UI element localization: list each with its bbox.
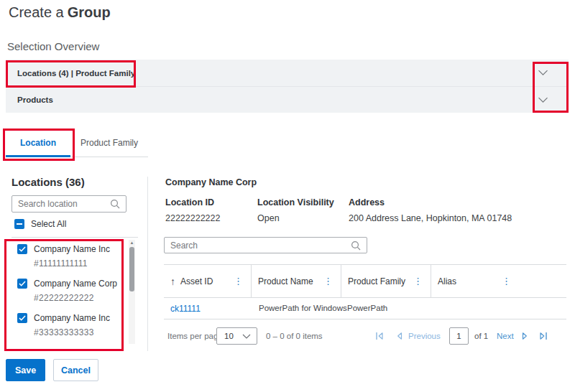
sort-ascending-icon[interactable]: ↑: [170, 276, 175, 287]
checkbox-checked[interactable]: [17, 279, 27, 289]
location-name: Company Name Inc: [34, 313, 110, 323]
product-name-cell: PowerPath for Windows: [259, 304, 347, 312]
last-page-icon[interactable]: [538, 330, 549, 342]
asset-search-input[interactable]: [165, 241, 351, 251]
search-icon: [351, 241, 361, 251]
list-item-location[interactable]: Company Name Inc #33333333333: [17, 313, 118, 337]
divider: [12, 237, 138, 238]
selection-overview-accordion: Locations (4) | Product Family Products: [6, 60, 569, 113]
page-of-label: of 1: [474, 332, 488, 340]
location-search-input[interactable]: [12, 199, 110, 209]
column-menu-icon[interactable]: ⋮: [233, 275, 244, 287]
first-page-icon[interactable]: [374, 330, 385, 342]
select-all-label: Select All: [31, 219, 66, 229]
location-id: #11111111111: [34, 258, 118, 269]
create-group-page: Create aGroup Selection Overview Locatio…: [0, 0, 575, 392]
location-visibility-value: Open: [257, 213, 280, 223]
save-button[interactable]: Save: [6, 359, 45, 381]
table-row: ck11111 PowerPath for Windows PowerPath: [164, 298, 566, 319]
accordion-products[interactable]: Products: [6, 86, 569, 113]
select-all-checkbox-indeterminate[interactable]: [14, 219, 24, 229]
page-title: Create aGroup: [9, 4, 111, 21]
column-menu-icon[interactable]: ⋮: [501, 275, 512, 287]
selected-company-name: Company Name Corp: [165, 177, 257, 187]
checkbox-checked[interactable]: [17, 244, 27, 254]
previous-button[interactable]: Previous: [408, 332, 441, 340]
location-id-value: 22222222222: [165, 213, 220, 223]
accordion-locations-product-family[interactable]: Locations (4) | Product Family: [6, 60, 569, 86]
list-scrollbar[interactable]: ▲: [129, 240, 135, 344]
next-button[interactable]: Next: [497, 332, 514, 340]
location-visibility-label: Location Visibility: [257, 197, 334, 207]
scrollbar-thumb[interactable]: [129, 247, 134, 291]
column-header-product-family[interactable]: Product Family ⋮: [341, 265, 431, 297]
location-id: #33333333333: [34, 327, 118, 337]
location-search-field: [12, 195, 126, 213]
location-name: Company Name Inc: [34, 244, 110, 254]
tab-location[interactable]: Location: [6, 131, 70, 157]
chevron-down-icon[interactable]: [538, 70, 548, 76]
address-label: Address: [349, 197, 385, 207]
locations-count-heading: Locations (36): [12, 176, 85, 188]
chevron-down-icon: [242, 334, 251, 339]
checkbox-checked[interactable]: [17, 313, 27, 323]
chevron-down-icon[interactable]: [538, 97, 548, 103]
page-number-input[interactable]: [449, 327, 469, 345]
address-value: 200 Address Lane, Hopkinton, MA 01748: [349, 213, 512, 223]
location-name: Company Name Corp: [34, 279, 117, 289]
location-id: #22222222222: [34, 293, 118, 303]
list-item-location[interactable]: Company Name Corp #22222222222: [17, 279, 118, 303]
column-header-asset-id[interactable]: ↑ Asset ID ⋮: [164, 265, 251, 297]
column-header-product-name[interactable]: Product Name ⋮: [251, 265, 341, 297]
table-pagination: Items per page 10 0 – 0 of 0 items Previ…: [164, 323, 566, 349]
items-per-page-label: Items per page: [167, 332, 223, 340]
items-per-page-select[interactable]: 10: [216, 327, 257, 345]
location-id-label: Location ID: [165, 197, 214, 207]
items-range-text: 0 – 0 of 0 items: [266, 332, 323, 340]
product-family-cell: PowerPath: [347, 304, 387, 312]
asset-id-link[interactable]: ck11111: [170, 304, 201, 314]
previous-page-icon[interactable]: [394, 330, 405, 342]
selection-overview-heading: Selection Overview: [7, 40, 99, 52]
scroll-up-arrow-icon[interactable]: ▲: [129, 240, 135, 246]
list-item-location[interactable]: Company Name Inc #11111111111: [17, 244, 118, 269]
accordion-label: Products: [17, 95, 53, 104]
column-header-alias[interactable]: Alias ⋮: [431, 265, 566, 297]
column-menu-icon[interactable]: ⋮: [323, 275, 334, 287]
cancel-button[interactable]: Cancel: [53, 359, 98, 381]
page-title-regular: Create a: [9, 4, 64, 20]
tab-product-family[interactable]: Product Family: [70, 131, 148, 157]
asset-search-field: [164, 237, 367, 253]
page-title-bold: Group: [68, 4, 111, 20]
column-menu-icon[interactable]: ⋮: [413, 275, 423, 287]
assets-table-header: ↑ Asset ID ⋮ Product Name ⋮ Product Fami…: [164, 264, 566, 298]
accordion-label: Locations (4) | Product Family: [17, 69, 135, 78]
search-icon: [110, 199, 120, 209]
tab-bar: Location Product Family: [6, 131, 148, 157]
panel-divider: [147, 177, 148, 351]
select-all-row[interactable]: Select All: [14, 219, 66, 229]
next-page-icon[interactable]: [519, 330, 530, 342]
